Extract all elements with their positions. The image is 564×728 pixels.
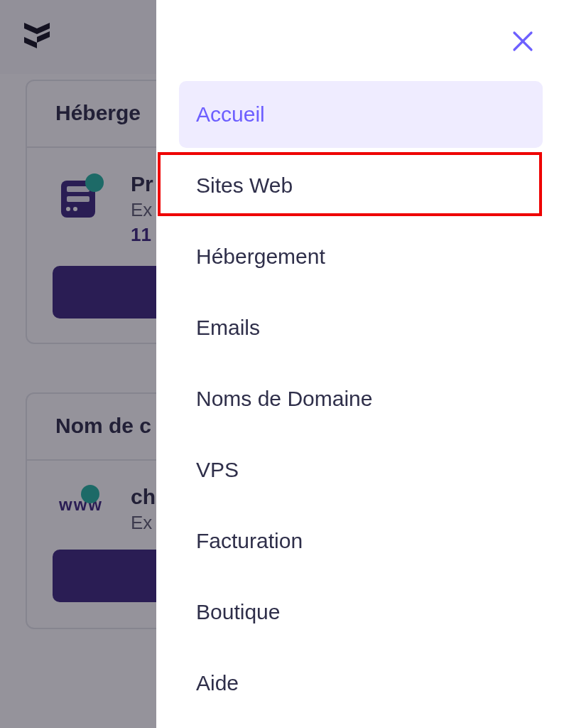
nav-label: VPS: [196, 458, 239, 482]
nav-label: Facturation: [196, 529, 303, 553]
nav-label: Hébergement: [196, 245, 325, 269]
nav-label: Noms de Domaine: [196, 387, 372, 411]
nav-item-vps[interactable]: VPS: [179, 437, 543, 503]
close-icon[interactable]: [510, 28, 536, 57]
nav-label: Boutique: [196, 600, 280, 624]
nav-list: Accueil Sites Web Hébergement Emails Nom…: [179, 81, 543, 717]
nav-item-accueil[interactable]: Accueil: [179, 81, 543, 148]
nav-label: Sites Web: [196, 173, 293, 198]
nav-item-hebergement[interactable]: Hébergement: [179, 223, 543, 290]
nav-item-noms-de-domaine[interactable]: Noms de Domaine: [179, 365, 543, 432]
nav-label: Aide: [196, 671, 239, 695]
nav-item-boutique[interactable]: Boutique: [179, 579, 543, 646]
nav-item-facturation[interactable]: Facturation: [179, 508, 543, 574]
nav-label: Accueil: [196, 102, 265, 127]
nav-item-sites-web[interactable]: Sites Web: [179, 152, 543, 219]
nav-label: Emails: [196, 316, 260, 340]
nav-item-emails[interactable]: Emails: [179, 294, 543, 361]
nav-item-aide[interactable]: Aide: [179, 650, 543, 717]
nav-drawer: Accueil Sites Web Hébergement Emails Nom…: [156, 0, 564, 728]
